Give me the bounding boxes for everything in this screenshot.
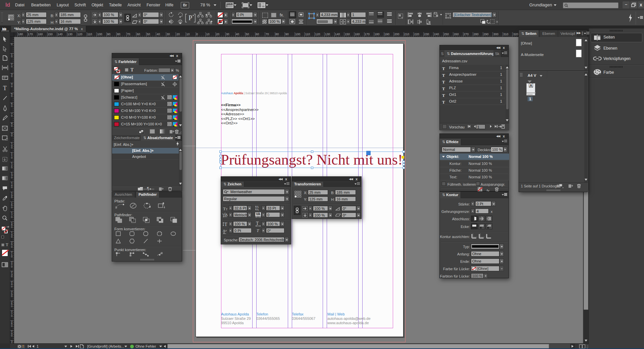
svg-text:A: A <box>257 208 259 211</box>
svg-text:T: T <box>224 222 227 227</box>
svg-text:T: T <box>226 208 228 211</box>
svg-text:!: ! <box>22 345 23 348</box>
svg-text:V: V <box>222 213 225 217</box>
svg-text:A: A <box>225 213 228 217</box>
svg-text:T: T <box>257 228 259 233</box>
svg-text:P: P <box>189 14 192 21</box>
svg-text:T: T <box>223 206 226 211</box>
svg-text:T: T <box>256 221 259 226</box>
svg-text:T: T <box>3 85 7 91</box>
svg-text:T: T <box>6 242 8 246</box>
svg-text:a: a <box>225 229 227 232</box>
svg-text:A: A <box>223 229 225 233</box>
